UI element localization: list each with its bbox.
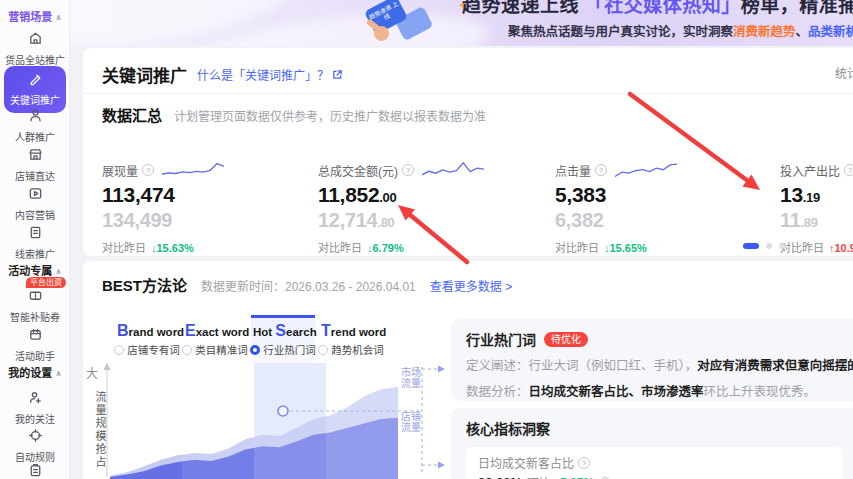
tab-hot-search[interactable]: Hot Search 行业热门词 xyxy=(251,315,315,363)
banner-headline: 趋势速递上线 「社交媒体热知」榜单，精准捕捉 xyxy=(462,0,853,17)
sidebar-item-lead-promo[interactable]: 线索推广 xyxy=(0,225,70,261)
section-label: 活动专属 xyxy=(8,265,52,277)
help-link[interactable]: 什么是「关键词推广」？ xyxy=(197,66,343,83)
sidebar-item-keyword-promo[interactable]: 关键词推广 xyxy=(4,66,66,113)
tab-cn-label: 类目精准词 xyxy=(195,342,248,357)
chevron-up-icon: ∧ xyxy=(55,13,62,22)
tab-cn-label: 趋势机会词 xyxy=(331,342,384,357)
best-title: BEST方法论 xyxy=(102,274,187,295)
metric-impressions: 展现量? 113,474 134,499 对比昨日↓15.63% xyxy=(102,160,312,255)
sidebar-item-label: 店铺直达 xyxy=(0,168,70,183)
app-window: 营销场景∧ 货品全站推广 关键词推广 人群推广 店铺直达 内容营销 线索推广 xyxy=(0,0,853,479)
corner-stats-link[interactable]: 统计 xyxy=(835,64,853,81)
kpi-change: -5.25% xyxy=(556,476,594,479)
word-type-tabs: Brand word 店铺专有词 Exact word 类目精准词 Hot Se… xyxy=(115,315,387,363)
change-value: ↑10.93% xyxy=(829,242,853,254)
section-label: 我的设置 xyxy=(8,367,52,379)
metric-prev-value: 134,499 xyxy=(102,209,312,232)
metric-gmv: 总成交金额(元)? 11,852.00 12,714.80 对比昨日↓6.79% xyxy=(318,160,528,255)
sidebar-item-label: 活动助手 xyxy=(0,348,70,363)
banner-illustration: 趋势速递 上线 xyxy=(340,0,470,46)
radio-selected-icon[interactable] xyxy=(250,345,260,355)
sidebar-item-label: 我的关注 xyxy=(0,411,70,426)
keyword-promo-card: 关键词推广 什么是「关键词推广」？ 统计 数据汇总 计划管理页面数据仅供参考，历… xyxy=(83,48,853,256)
help-question-icon[interactable]: ? xyxy=(142,164,154,176)
pagination-dot[interactable] xyxy=(766,243,772,249)
hand-icon xyxy=(374,26,389,41)
sidebar-item-activity-assistant[interactable]: 活动助手 xyxy=(0,327,70,363)
kpi-label: 日均成交新客占比 xyxy=(478,454,574,471)
tab-en-label: Trend word xyxy=(321,322,381,340)
sidebar-item-my-follow[interactable]: 我的关注 xyxy=(0,390,70,426)
metric-label: 投入产出比 xyxy=(780,162,840,179)
area-chart xyxy=(110,363,398,479)
sidebar-item-label: 自动规则 xyxy=(0,449,70,464)
divider xyxy=(83,93,853,94)
arrow-right-icon xyxy=(438,366,445,373)
section-label: 营销场景 xyxy=(8,11,52,23)
carousel-pagination xyxy=(743,243,785,249)
sidebar-item-audience-promo[interactable]: 人群推广 xyxy=(0,108,70,144)
data-update-time: 数据更新时间：2026.03.26 - 2026.04.01 xyxy=(201,277,416,294)
sidebar-item-label: 线索推广 xyxy=(0,246,70,261)
change-value: ↓15.65% xyxy=(604,242,647,254)
metric-compare: 对比昨日↓6.79% xyxy=(318,239,528,255)
chevron-up-icon: ∧ xyxy=(55,267,62,276)
sidebar-item-shop-direct[interactable]: 店铺直达 xyxy=(0,147,70,183)
metric-prev-value: 6,382 xyxy=(555,209,765,232)
play-video-icon xyxy=(28,186,43,201)
ribbon-text: 趋势速递 上线 xyxy=(368,1,399,21)
help-question-icon[interactable]: ? xyxy=(844,164,853,176)
kpi-box: 日均成交新客占比? 39.83% 环比 -5.25% ? 同行同层均值 34.3… xyxy=(466,447,842,479)
sidebar-item-label: 关键词推广 xyxy=(4,92,66,107)
radio-icon[interactable] xyxy=(318,345,328,355)
help-question-icon[interactable]: ? xyxy=(578,457,590,469)
sidebar-item-operation-log[interactable]: 我的操作记录 xyxy=(0,463,70,479)
pagination-dot[interactable] xyxy=(779,243,785,249)
metric-value: 13.19 xyxy=(780,183,853,207)
tab-brand-word[interactable]: Brand word 店铺专有词 xyxy=(115,315,179,363)
tab-exact-word[interactable]: Exact word 类目精准词 xyxy=(183,315,247,363)
chevron-up-icon: ∧ xyxy=(55,369,62,378)
tab-en-label: Hot Search xyxy=(253,322,313,340)
metric-compare: 对比昨日↓15.63% xyxy=(102,239,312,255)
metric-label: 点击量 xyxy=(555,162,591,179)
change-value: ↓6.79% xyxy=(367,242,404,254)
help-question-icon[interactable]: ? xyxy=(595,164,607,176)
promo-banner[interactable]: 趋势速递 上线 ✦ 趋势速递上线 「社交媒体热知」榜单，精准捕捉 聚焦热点话题与… xyxy=(70,0,853,46)
data-analysis-line: 数据分析：日均成交新客占比、市场渗透率环比上升表现优秀。 xyxy=(466,383,853,401)
definition-line: 定义阐述：行业大词（例如口红、手机），对应有消费需求但意向摇摆的人群，拉新效果显… xyxy=(466,357,853,375)
person-follow-icon xyxy=(28,390,43,405)
sidebar-item-smart-subsidy[interactable]: 智能补贴券 xyxy=(0,288,70,324)
pen-icon xyxy=(28,71,43,86)
metric-label: 总成交金额(元) xyxy=(318,162,398,179)
sparkline-chart xyxy=(422,160,484,180)
tab-trend-word[interactable]: Trend word 趋势机会词 xyxy=(319,315,383,363)
sidebar-item-label: 人群推广 xyxy=(0,129,70,144)
calendar-icon xyxy=(28,327,43,342)
change-value: ↓15.63% xyxy=(151,242,194,254)
radio-icon[interactable] xyxy=(182,345,192,355)
to-optimize-badge: 待优化 xyxy=(544,332,588,347)
sidebar-section-activity[interactable]: 活动专属∧ xyxy=(0,262,70,278)
platform-funded-badge: 平台出资 xyxy=(26,277,66,288)
core-indicator-title: 核心指标洞察 xyxy=(466,418,550,438)
kpi-compare-label: 环比 xyxy=(527,474,551,479)
metric-prev-value: 11.89 xyxy=(780,209,853,232)
metric-clicks: 点击量? 5,383 6,382 对比昨日↓15.65% xyxy=(555,160,765,255)
insight-title: 行业热门词 xyxy=(466,329,536,349)
sidebar-section-marketing[interactable]: 营销场景∧ xyxy=(0,8,70,24)
pagination-dot-active[interactable] xyxy=(743,243,759,249)
summary-title: 数据汇总 xyxy=(102,104,162,125)
sidebar-item-content-marketing[interactable]: 内容营销 xyxy=(0,186,70,222)
metric-value: 11,852.00 xyxy=(318,183,528,207)
sidebar-item-all-site-promo[interactable]: 货品全站推广 xyxy=(0,31,70,67)
radio-icon[interactable] xyxy=(114,345,124,355)
arrow-right-icon xyxy=(438,462,445,469)
traffic-chart-zone: 大 流量规模抢占 市场流量 店铺流量 xyxy=(83,359,448,479)
sidebar-section-settings[interactable]: 我的设置∧ xyxy=(0,364,70,380)
sidebar-item-auto-rules[interactable]: 自动规则 xyxy=(0,428,70,464)
tab-en-label: Exact word xyxy=(185,322,245,340)
help-question-icon[interactable]: ? xyxy=(402,164,414,176)
view-more-link[interactable]: 查看更多数据 > xyxy=(430,277,512,294)
